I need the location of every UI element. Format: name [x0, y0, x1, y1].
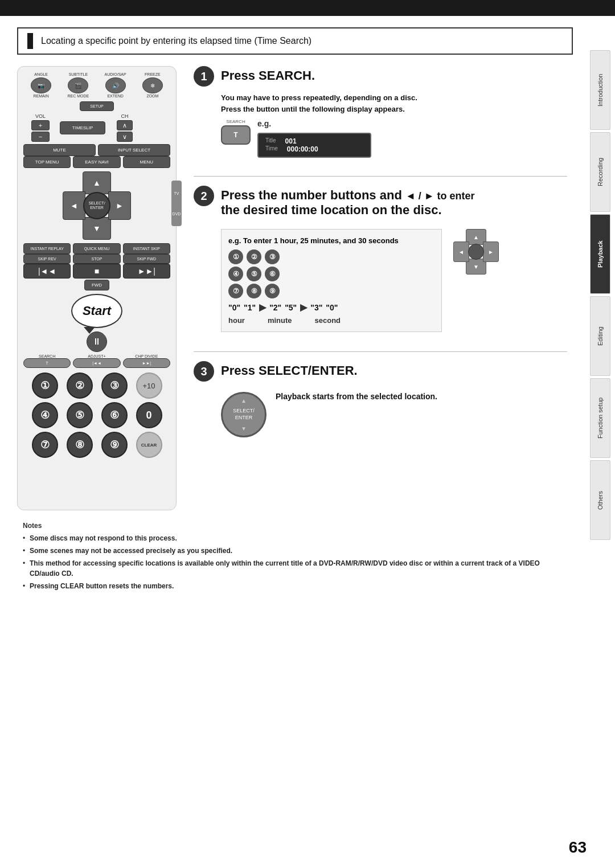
dpad-right-btn[interactable]: ► [108, 191, 131, 220]
notes-section: Notes Some discs may not respond to this… [17, 522, 573, 591]
audio-btn[interactable]: 🔊 [105, 77, 126, 93]
num-seq-5: ⑤ [247, 267, 261, 281]
search-row-label: SEARCH [23, 354, 71, 358]
sd-left: ◄ [453, 241, 469, 262]
num-seq-9: ⑨ [265, 284, 280, 298]
note-item-1: Some discs may not respond to this proce… [23, 533, 567, 543]
freeze-btn[interactable]: ❄ [142, 77, 163, 93]
notes-list: Some discs may not respond to this proce… [23, 533, 567, 591]
step1: 1 Press SEARCH. You may have to press re… [194, 66, 567, 162]
num-3-btn[interactable]: ③ [101, 372, 128, 399]
instant-row: INSTANT REPLAY QUICK MENU INSTANT SKIP [23, 243, 170, 254]
search-btn-oval[interactable]: T [221, 125, 251, 145]
tab-playback[interactable]: Playback [590, 214, 610, 294]
title-value: 001 [285, 137, 297, 145]
num-plus10-btn[interactable]: +10 [136, 372, 162, 399]
num-0-btn[interactable]: 0 [136, 402, 162, 428]
dpad-up-btn[interactable]: ▲ [83, 171, 111, 194]
setup-btn[interactable]: SETUP [80, 101, 114, 111]
step2-body: e.g. To enter 1 hour, 25 minutes, and 30… [221, 223, 567, 338]
tv-dvd-slider[interactable]: TV DVD [171, 181, 182, 226]
step2-title: Press the number buttons and ◄ / ► to en… [221, 186, 475, 218]
tab-others[interactable]: Others [590, 460, 610, 540]
search-btn-image: SEARCH T [221, 119, 251, 145]
menu-btn[interactable]: MENU [123, 156, 170, 168]
skip-fwd-label: SKIP FWD [123, 254, 170, 264]
pause-btn[interactable]: ⏸ [87, 331, 107, 352]
instant-replay-btn[interactable]: INSTANT REPLAY [23, 243, 71, 254]
num-1-btn[interactable]: ① [32, 372, 58, 399]
step3-right: Playback starts from the selected locati… [276, 387, 437, 401]
ch-text: CH [121, 113, 129, 119]
num-seq-8: ⑧ [247, 284, 261, 298]
quick-menu-btn[interactable]: QUICK MENU [73, 243, 120, 254]
title-label: Title [265, 137, 276, 145]
num-9-btn[interactable]: ⑨ [101, 432, 128, 458]
tab-introduction[interactable]: Introduction [590, 50, 610, 130]
tv-label: TV [174, 191, 179, 195]
chp-divide-btn[interactable]: ►►| [123, 358, 170, 368]
num-4-btn[interactable]: ④ [32, 402, 58, 428]
skip-fwd-btn[interactable]: ►►| [123, 264, 170, 279]
remote-top-row: ANGLE 📷 REMAIN SUBTITLE 🎬 REC MODE AUDIO… [23, 72, 170, 98]
dpad-left-btn[interactable]: ◄ [63, 191, 85, 220]
search-oval-btn[interactable]: T [23, 358, 71, 368]
step2: 2 Press the number buttons and ◄ / ► to … [194, 186, 567, 338]
tab-editing[interactable]: Editing [590, 296, 610, 376]
clear-btn[interactable]: CLEAR [136, 432, 162, 458]
adjust-label: ADJUST+ [73, 354, 120, 358]
content-grid: ANGLE 📷 REMAIN SUBTITLE 🎬 REC MODE AUDIO… [17, 66, 573, 510]
step1-number: 1 [194, 66, 214, 87]
display-wrapper: SEARCH T e.g. Title [221, 119, 567, 162]
divider2 [194, 351, 567, 352]
num-2-btn[interactable]: ② [67, 372, 93, 399]
time-value: 000:00:00 [287, 145, 318, 153]
ch-down-btn[interactable]: ∨ [117, 132, 133, 142]
adjust-btn[interactable]: |◄◄ [73, 358, 120, 368]
num-7-btn[interactable]: ⑦ [32, 432, 58, 458]
example-area: e.g. To enter 1 hour, 25 minutes, and 30… [221, 229, 442, 332]
step2-arrow: ◄ / ► to enter [405, 190, 475, 202]
timeslip-btn[interactable]: TIMESLIP [60, 121, 105, 134]
chp-divide-label: CHP DIVIDE [123, 354, 170, 358]
time-labels: hour minute second [228, 316, 434, 325]
mute-btn[interactable]: MUTE [23, 144, 96, 156]
small-dpad: ▲ ▼ ◄ ► [453, 229, 499, 275]
num-seq-6: ⑥ [265, 267, 280, 281]
step2-content: e.g. To enter 1 hour, 25 minutes, and 30… [221, 223, 567, 338]
instant-skip-btn[interactable]: INSTANT SKIP [123, 243, 170, 254]
easy-navi-btn[interactable]: EASY NAVI [73, 156, 120, 168]
step2-header: 2 Press the number buttons and ◄ / ► to … [194, 186, 567, 218]
input-select-btn[interactable]: INPUT SELECT [98, 144, 170, 156]
stop-btn[interactable]: ■ [73, 264, 120, 279]
vol-btns: VOL + − [23, 113, 58, 142]
playback-note: Playback starts from the selected locati… [276, 392, 437, 401]
num-seq-2: ② [247, 249, 261, 264]
num-8-btn[interactable]: ⑧ [67, 432, 93, 458]
vol-down-btn[interactable]: − [31, 132, 50, 142]
tab-function-setup[interactable]: Function setup [590, 378, 610, 458]
ch-up-btn[interactable]: ∧ [117, 120, 133, 130]
dpad-down-btn[interactable]: ▼ [83, 217, 111, 240]
vol-up-btn[interactable]: + [31, 120, 50, 130]
num-5-btn[interactable]: ⑤ [67, 402, 93, 428]
second-label: second [315, 316, 341, 325]
setup-area: SETUP [23, 101, 170, 111]
skip-rev-btn[interactable]: |◄◄ [23, 264, 71, 279]
example-title: e.g. To enter 1 hour, 25 minutes, and 30… [228, 236, 434, 245]
tab-recording[interactable]: Recording [590, 132, 610, 212]
q3: "5" [285, 303, 297, 312]
step1-header: 1 Press SEARCH. [194, 66, 567, 87]
num-6-btn[interactable]: ⑥ [101, 402, 128, 428]
dpad-center-btn[interactable]: SELECT/ENTER [83, 192, 110, 219]
arrow1: ▶ [259, 302, 266, 313]
top-menu-btn[interactable]: TOP MENU [23, 156, 71, 168]
fwd-btn[interactable]: FWD [84, 280, 109, 290]
num-circles: ① ② ③ ④ ⑤ ⑥ ⑦ ⑧ ⑨ [228, 249, 434, 298]
angle-label: ANGLE [23, 72, 59, 76]
ch-btns: CH ∧ ∨ [108, 113, 142, 142]
q0: "0" [228, 303, 240, 312]
subtitle-btn[interactable]: 🎬 [68, 77, 88, 93]
notes-title: Notes [23, 522, 567, 530]
angle-btn[interactable]: 📷 [31, 77, 51, 93]
